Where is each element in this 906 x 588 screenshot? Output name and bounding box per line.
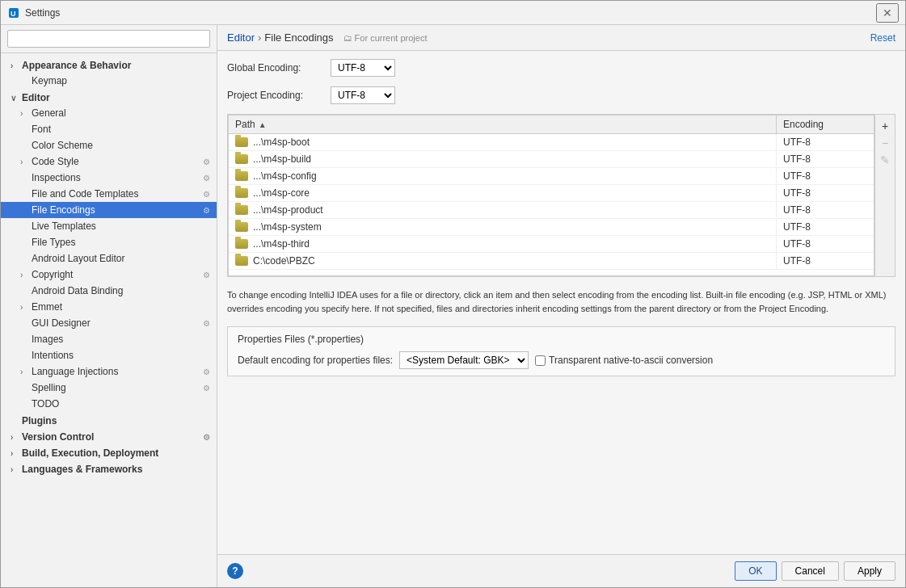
- folder-icon: [235, 154, 248, 164]
- sidebar-item-android-layout[interactable]: Android Layout Editor: [1, 250, 217, 267]
- sidebar-item-label: File and Code Templates: [32, 188, 139, 200]
- sidebar-item-appearance[interactable]: › Appearance & Behavior: [1, 57, 217, 73]
- td-encoding: UTF-8: [777, 134, 874, 150]
- transparent-checkbox[interactable]: [535, 355, 546, 366]
- table-row[interactable]: ...\m4sp-system UTF-8: [229, 219, 874, 236]
- sidebar-item-spelling[interactable]: Spelling ⚙: [1, 380, 217, 396]
- add-encoding-button[interactable]: +: [877, 118, 893, 134]
- sidebar-item-inspections[interactable]: Inspections ⚙: [1, 170, 217, 186]
- td-encoding: UTF-8: [777, 151, 874, 167]
- sidebar-item-general[interactable]: › General: [1, 105, 217, 121]
- table-row[interactable]: ...\m4sp-boot UTF-8: [229, 134, 874, 151]
- global-encoding-select[interactable]: UTF-8: [331, 59, 395, 77]
- arrow-icon: ∨: [11, 94, 19, 103]
- sidebar-item-label: TODO: [32, 398, 59, 410]
- sidebar-item-label: Build, Execution, Deployment: [22, 447, 158, 459]
- project-encoding-label: Project Encoding:: [227, 90, 324, 101]
- right-panel: Editor › File Encodings 🗂 For current pr…: [217, 25, 905, 587]
- sidebar-item-label: File Encodings: [32, 204, 95, 216]
- th-encoding[interactable]: Encoding: [777, 116, 874, 133]
- sidebar-item-label: GUI Designer: [32, 317, 91, 329]
- svg-text:U: U: [11, 10, 16, 18]
- table-row[interactable]: ...\m4sp-config UTF-8: [229, 168, 874, 185]
- col-encoding-label: Encoding: [783, 119, 824, 130]
- sidebar-item-images[interactable]: Images: [1, 331, 217, 347]
- folder-icon: [235, 137, 248, 147]
- apply-button[interactable]: Apply: [844, 561, 895, 581]
- folder-icon: [235, 239, 248, 249]
- arrow-icon: ›: [20, 303, 28, 312]
- settings-icon: ⚙: [203, 433, 210, 442]
- encoding-table-wrapper: Path ▲ Encoding ...\m4sp-boot UTF-8: [227, 114, 895, 277]
- cancel-button[interactable]: Cancel: [782, 561, 839, 581]
- panel-body: Global Encoding: UTF-8 Project Encoding:…: [217, 51, 905, 554]
- sidebar-item-languages-frameworks[interactable]: › Languages & Frameworks: [1, 460, 217, 477]
- table-row[interactable]: C:\code\PBZC UTF-8: [229, 253, 874, 270]
- sidebar-item-language-injections[interactable]: › Language Injections ⚙: [1, 363, 217, 380]
- reset-button[interactable]: Reset: [870, 32, 895, 44]
- sidebar-item-label: Appearance & Behavior: [22, 60, 131, 71]
- ok-button[interactable]: OK: [735, 561, 776, 581]
- sidebar-item-todo[interactable]: TODO: [1, 396, 217, 412]
- path-value: ...\m4sp-boot: [253, 136, 310, 148]
- path-value: ...\m4sp-product: [253, 204, 323, 216]
- panel-header: Editor › File Encodings 🗂 For current pr…: [217, 25, 905, 51]
- sidebar-item-android-data-binding[interactable]: Android Data Binding: [1, 283, 217, 299]
- edit-encoding-button[interactable]: ✎: [877, 152, 893, 168]
- sidebar-item-file-types[interactable]: File Types: [1, 234, 217, 250]
- td-path: ...\m4sp-system: [229, 219, 777, 235]
- sidebar-item-emmet[interactable]: › Emmet: [1, 299, 217, 315]
- sidebar-item-label: Spelling: [32, 382, 66, 393]
- breadcrumb-current: File Encodings: [264, 32, 333, 44]
- td-encoding: UTF-8: [777, 219, 874, 235]
- table-row[interactable]: ...\m4sp-build UTF-8: [229, 151, 874, 168]
- sidebar-item-code-style[interactable]: › Code Style ⚙: [1, 153, 217, 170]
- arrow-icon: ›: [11, 465, 19, 474]
- td-path: C:\code\PBZC: [229, 253, 777, 269]
- sidebar-item-label: File Types: [32, 237, 75, 248]
- sidebar-item-file-encodings[interactable]: File Encodings ⚙: [1, 202, 217, 218]
- table-header: Path ▲ Encoding: [229, 116, 874, 134]
- th-path[interactable]: Path ▲: [229, 116, 777, 133]
- breadcrumb-parent[interactable]: Editor: [227, 32, 255, 44]
- footer: ? OK Cancel Apply: [217, 554, 905, 587]
- help-button[interactable]: ?: [227, 563, 243, 579]
- td-path: ...\m4sp-build: [229, 151, 777, 167]
- sidebar-tree: › Appearance & Behavior Keymap ∨ Editor …: [1, 53, 217, 587]
- sidebar-item-keymap[interactable]: Keymap: [1, 73, 217, 89]
- sidebar-item-editor[interactable]: ∨ Editor: [1, 89, 217, 105]
- sidebar-item-version-control[interactable]: › Version Control ⚙: [1, 428, 217, 444]
- sidebar-item-intentions[interactable]: Intentions: [1, 347, 217, 363]
- td-path: ...\m4sp-third: [229, 236, 777, 252]
- sidebar-item-live-templates[interactable]: Live Templates: [1, 218, 217, 234]
- close-button[interactable]: ✕: [876, 3, 899, 23]
- project-encoding-select[interactable]: UTF-8: [331, 86, 395, 104]
- table-row[interactable]: ...\m4sp-third UTF-8: [229, 236, 874, 253]
- path-value: ...\m4sp-core: [253, 187, 310, 199]
- breadcrumb: Editor › File Encodings 🗂 For current pr…: [227, 32, 427, 44]
- sidebar-item-color-scheme[interactable]: Color Scheme: [1, 137, 217, 153]
- settings-icon: ⚙: [203, 319, 210, 328]
- table-row[interactable]: ...\m4sp-product UTF-8: [229, 202, 874, 219]
- td-encoding: UTF-8: [777, 202, 874, 218]
- project-icon: 🗂: [343, 33, 352, 43]
- td-encoding: UTF-8: [777, 168, 874, 184]
- global-encoding-row: Global Encoding: UTF-8: [227, 59, 895, 77]
- default-encoding-select[interactable]: <System Default: GBK>: [399, 351, 529, 369]
- sidebar-item-font[interactable]: Font: [1, 121, 217, 137]
- sidebar-item-copyright[interactable]: › Copyright ⚙: [1, 267, 217, 283]
- sort-arrow-icon: ▲: [259, 120, 267, 129]
- folder-icon: [235, 171, 248, 181]
- sidebar-item-build-execution[interactable]: › Build, Execution, Deployment: [1, 444, 217, 460]
- sidebar-item-label: Inspections: [32, 172, 81, 183]
- search-input[interactable]: [7, 30, 210, 48]
- sidebar-item-plugins[interactable]: Plugins: [1, 412, 217, 428]
- search-box: [1, 25, 217, 53]
- sidebar-item-gui-designer[interactable]: GUI Designer ⚙: [1, 315, 217, 331]
- sidebar-item-label: Language Injections: [32, 366, 118, 377]
- remove-encoding-button[interactable]: −: [877, 135, 893, 151]
- window-title: Settings: [25, 7, 60, 19]
- settings-icon: ⚙: [203, 206, 210, 215]
- sidebar-item-file-code-templates[interactable]: File and Code Templates ⚙: [1, 186, 217, 202]
- table-row[interactable]: ...\m4sp-core UTF-8: [229, 185, 874, 202]
